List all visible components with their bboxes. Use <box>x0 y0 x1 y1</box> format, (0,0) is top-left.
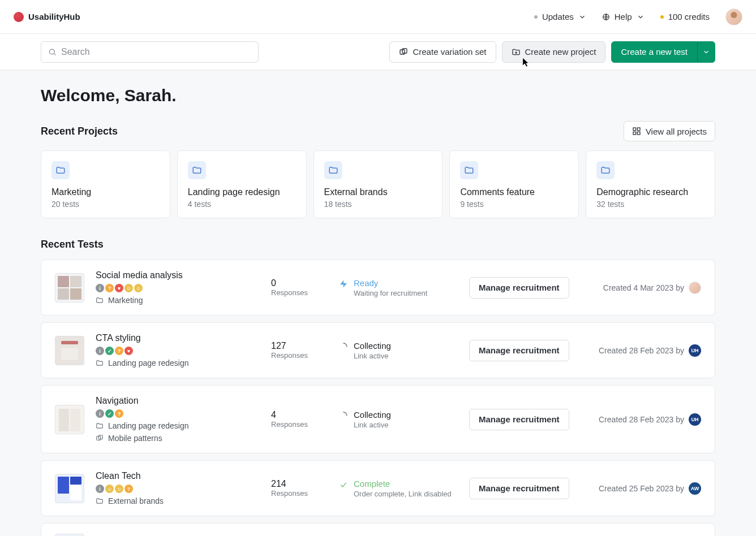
test-thumbnail <box>55 273 84 302</box>
test-meta: Social media analysis i ? ♥ ☺ ☺ Marketin… <box>96 270 260 305</box>
folder-icon <box>96 296 104 304</box>
creator-avatar: AW <box>689 482 701 495</box>
top-nav: UsabilityHub Updates Help 100 credits <box>0 0 756 34</box>
brand[interactable]: UsabilityHub <box>14 12 80 22</box>
top-nav-right: Updates Help 100 credits <box>534 8 742 25</box>
folder-icon <box>96 422 104 430</box>
status-text: Ready <box>354 278 427 288</box>
test-row[interactable]: Navigation i ✓ ? Landing page redesign M… <box>41 385 715 453</box>
status-col: Collecting Link active <box>339 410 458 429</box>
badge-icon: ☺ <box>105 485 114 493</box>
action-col: Manage recruitment <box>469 277 582 299</box>
project-sub: 4 tests <box>188 200 296 209</box>
recent-projects-title: Recent Projects <box>41 126 118 137</box>
created-text: Created 28 Feb 2023 by <box>599 415 684 424</box>
folder-icon <box>324 161 342 179</box>
created-text: Created 25 Feb 2023 by <box>599 484 684 493</box>
manage-recruitment-button[interactable]: Manage recruitment <box>469 409 569 430</box>
project-card[interactable]: Landing page redesign 4 tests <box>177 150 307 218</box>
variation-icon <box>96 434 104 442</box>
project-card[interactable]: Marketing 20 tests <box>41 150 170 218</box>
svg-rect-7 <box>633 128 636 131</box>
test-thumbnail <box>55 474 84 503</box>
create-project-label: Create new project <box>525 47 596 57</box>
responses-col: 214 Responses <box>271 479 328 498</box>
responses-count: 4 <box>271 410 328 420</box>
project-name: Comments feature <box>460 187 568 197</box>
test-name: Clean Tech <box>96 471 260 481</box>
manage-recruitment-button[interactable]: Manage recruitment <box>469 340 569 361</box>
toolbar: Create variation set Create new project … <box>0 34 756 70</box>
badge-icon: ☺ <box>124 284 133 292</box>
brand-logo-icon <box>14 12 24 22</box>
responses-label: Responses <box>271 351 328 360</box>
tests-list: Social media analysis i ? ♥ ☺ ☺ Marketin… <box>41 260 715 536</box>
badge-icon: ☺ <box>134 284 143 292</box>
status-sub: Waiting for recruitment <box>354 289 427 297</box>
nav-help[interactable]: Help <box>602 12 645 21</box>
created-col: Created 28 Feb 2023 by UH <box>594 344 701 357</box>
search-input-wrap[interactable] <box>41 41 259 63</box>
folder-label: External brands <box>108 496 164 505</box>
manage-recruitment-button[interactable]: Manage recruitment <box>469 277 569 299</box>
project-sub: 20 tests <box>51 200 160 209</box>
badge-icon: i <box>96 485 104 493</box>
test-row[interactable]: CTA styling i ✓ ? ♥ Landing page redesig… <box>41 322 715 378</box>
svg-line-2 <box>54 53 55 55</box>
responses-col: 127 Responses <box>271 341 328 360</box>
updates-dot-icon <box>534 15 538 19</box>
folder-line: Marketing <box>96 296 260 305</box>
nav-credits[interactable]: 100 credits <box>660 12 710 21</box>
avatar[interactable] <box>725 8 742 25</box>
badge-row: i ✓ ? <box>96 409 260 418</box>
status-sub: Link active <box>354 352 391 360</box>
project-sub: 32 tests <box>596 200 705 209</box>
spinner-icon <box>339 342 348 351</box>
folder-label: Landing page redesign <box>108 358 188 368</box>
badge-icon: ? <box>115 409 123 418</box>
create-test-button[interactable]: Create a new test <box>611 41 697 63</box>
create-test-label: Create a new test <box>621 47 688 57</box>
test-name: CTA styling <box>96 333 260 343</box>
create-test-dropdown[interactable] <box>697 41 715 63</box>
svg-rect-9 <box>633 132 636 135</box>
test-row[interactable]: Modal copy ♥ 98 Complete Manage recruitm… <box>41 523 715 536</box>
created-col: Created 28 Feb 2023 by UH <box>594 413 701 426</box>
responses-col: 4 Responses <box>271 410 328 429</box>
folder-line: Landing page redesign <box>96 358 260 368</box>
svg-rect-8 <box>637 128 640 131</box>
create-variation-button[interactable]: Create variation set <box>389 41 496 63</box>
badge-row: i ? ♥ ☺ ☺ <box>96 284 260 292</box>
test-row[interactable]: Clean Tech i ☺ ☺ ? External brands 214 R… <box>41 460 715 516</box>
nav-updates[interactable]: Updates <box>534 12 586 21</box>
project-sub: 18 tests <box>324 200 432 209</box>
recent-projects-head: Recent Projects View all projects <box>41 121 715 141</box>
badge-icon: ☺ <box>115 485 123 493</box>
view-all-projects-button[interactable]: View all projects <box>624 121 715 141</box>
view-all-projects-label: View all projects <box>646 127 707 136</box>
project-name: Marketing <box>51 187 160 197</box>
test-row[interactable]: Social media analysis i ? ♥ ☺ ☺ Marketin… <box>41 260 715 315</box>
test-thumbnail <box>55 336 84 365</box>
project-card[interactable]: Demographic research 32 tests <box>586 150 715 218</box>
create-project-button[interactable]: Create new project <box>502 41 606 63</box>
status-text: Collecting <box>354 410 391 420</box>
action-col: Manage recruitment <box>469 409 582 430</box>
folder-label: Marketing <box>108 296 143 305</box>
badge-icon: i <box>96 347 104 355</box>
search-input[interactable] <box>61 47 251 57</box>
test-name: Social media analysis <box>96 270 260 280</box>
project-card[interactable]: Comments feature 9 tests <box>449 150 579 218</box>
badge-icon: ? <box>124 485 133 493</box>
nav-help-label: Help <box>615 12 632 21</box>
test-thumbnail <box>55 405 84 434</box>
badge-icon: ? <box>105 284 114 292</box>
check-icon <box>339 480 348 489</box>
status-col: Ready Waiting for recruitment <box>339 278 458 297</box>
badge-icon: ♥ <box>124 347 133 355</box>
test-meta: CTA styling i ✓ ? ♥ Landing page redesig… <box>96 333 260 368</box>
manage-recruitment-button[interactable]: Manage recruitment <box>469 478 569 499</box>
project-card[interactable]: External brands 18 tests <box>313 150 443 218</box>
action-col: Manage recruitment <box>469 340 582 361</box>
nav-updates-label: Updates <box>542 12 574 21</box>
